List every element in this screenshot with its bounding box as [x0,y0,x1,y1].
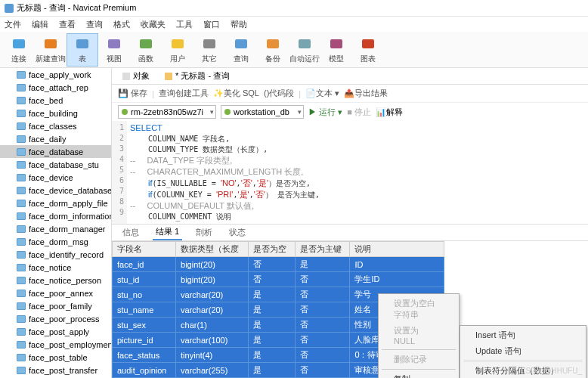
table-face_post_transfer[interactable]: face_post_transfer [0,364,111,376]
table-icon [17,225,26,233]
toolbar-用户[interactable]: 用户 [162,33,193,67]
export-button[interactable]: 📤导出结果 [344,88,388,99]
server-combo[interactable]: rm-2zetn83n05wz7i [118,105,216,119]
grid-header[interactable]: 是否为主键 [295,242,350,257]
toolbar-视图[interactable]: 视图 [98,33,130,67]
table-icon [17,354,26,361]
svg-rect-6 [203,39,215,48]
svg-rect-7 [235,39,247,48]
toolbar-模型[interactable]: 模型 [320,33,352,67]
table-face_post_table[interactable]: face_post_table [0,351,111,364]
query-builder-button[interactable]: 查询创建工具 [159,88,209,99]
menu-delete-record: 删除记录 [379,352,459,367]
svg-rect-4 [140,39,152,48]
connection-row: rm-2zetn83n05wz7i workstation_db ▶ 运行 ▾ … [112,103,588,121]
table-face_device[interactable]: face_device [0,171,111,184]
svg-rect-10 [330,39,342,48]
beautify-button[interactable]: ✨美化 SQL [213,88,259,99]
tab-status[interactable]: 状态 [226,225,249,240]
tab-info[interactable]: 信息 [119,225,142,240]
table-face_poor_process[interactable]: face_poor_process [0,312,111,325]
menu-query[interactable]: 查询 [86,19,103,30]
table-icon [17,367,26,374]
table-face_bed[interactable]: face_bed [0,94,111,107]
table-face_identify_record[interactable]: face_identify_record [0,248,111,261]
tab-object[interactable]: 对象 [118,69,154,83]
explain-button[interactable]: 📊解释 [376,107,403,118]
watermark: CSDN @HHUFU_ [520,367,582,375]
code-area[interactable]: SELECT COLUMN_NAME 字段名, COLUMN_TYPE 数据类型… [127,121,588,224]
table-icon [17,84,26,91]
submenu-update[interactable]: Update 语句 [460,343,586,359]
toolbar-备份[interactable]: 备份 [257,33,289,67]
table-face_device_database[interactable]: face_device_database [0,184,111,197]
context-menu[interactable]: 设置为空白字符串 设置为 NULL 删除记录 复制 复制为 粘贴 显示 [378,293,460,378]
table-icon [17,148,26,156]
grid-header[interactable]: 数据类型（长度 [176,242,249,257]
menu-fav[interactable]: 收藏夹 [141,19,166,30]
toolbar-图表[interactable]: 图表 [352,33,384,67]
menu-set-blank: 设置为空白字符串 [379,296,459,323]
submenu-insert[interactable]: Insert 语句 [460,327,586,343]
grid-header[interactable]: 字段名 [113,242,176,257]
menu-tools[interactable]: 工具 [176,19,193,30]
menu-edit[interactable]: 编辑 [32,19,48,30]
table-icon [17,200,26,207]
menu-format[interactable]: 格式 [113,19,130,30]
table-row[interactable]: face_idbigint(20)否是ID [113,257,444,272]
table-icon [17,97,26,104]
table-face_dorm_information[interactable]: face_dorm_information [0,209,111,222]
menu-help[interactable]: 帮助 [231,19,247,30]
toolbar-函数[interactable]: 函数 [130,33,162,67]
menu-view[interactable]: 查看 [59,19,76,30]
toolbar-连接[interactable]: 连接 [3,33,35,67]
table-row[interactable]: stu_idbigint(20)否否学生ID [113,272,444,287]
table-face_dorm_msg[interactable]: face_dorm_msg [0,235,111,248]
table-face_daily[interactable]: face_daily [0,132,111,145]
table-face_poor_family[interactable]: face_poor_family [0,299,111,312]
toolbar-新建查询[interactable]: 新建查询 [35,33,67,67]
table-face_building[interactable]: face_building [0,107,111,119]
table-icon [17,328,26,336]
tab-analyze[interactable]: 剖析 [193,225,215,240]
table-face_poor_annex[interactable]: face_poor_annex [0,287,111,299]
toolbar-自动运行[interactable]: 自动运行 [289,33,320,67]
tab-result1[interactable]: 结果 1 [153,225,182,240]
menu-window[interactable]: 窗口 [203,19,220,30]
text-button[interactable]: 📄文本 ▾ [305,88,339,99]
table-icon [17,161,26,169]
table-face_notice_person[interactable]: face_notice_person [0,274,111,287]
tab-query[interactable]: * 无标题 - 查询 [160,69,234,83]
menu-copy[interactable]: 复制 [379,371,459,378]
table-face_database[interactable]: face_database [0,145,111,158]
grid-header[interactable]: 是否为空 [249,242,295,257]
menu-file[interactable]: 文件 [5,19,21,30]
table-icon [17,238,26,246]
table-icon [17,302,26,310]
table-face_classes[interactable]: face_classes [0,119,111,132]
table-icon [17,341,26,349]
table-icon [17,71,26,79]
toolbar-查询[interactable]: 查询 [225,33,257,67]
table-face_post_employment[interactable]: face_post_employment [0,338,111,351]
code-snippet-button[interactable]: ()代码段 [264,88,294,99]
table-face_attach_rep[interactable]: face_attach_rep [0,81,111,94]
table-face_apply_work[interactable]: face_apply_work [0,68,111,81]
svg-rect-9 [299,39,311,48]
table-face_dorm_apply_file[interactable]: face_dorm_apply_file [0,197,111,209]
titlebar: 无标题 - 查询 - Navicat Premium [0,0,588,17]
table-face_post_apply[interactable]: face_post_apply [0,325,111,338]
save-button[interactable]: 💾 保存 [118,88,147,99]
svg-rect-0 [13,39,25,48]
stop-button: ■ 停止 [347,107,371,118]
toolbar-表[interactable]: 表 [67,33,98,67]
table-face_dorm_manager[interactable]: face_dorm_manager [0,222,111,235]
run-button[interactable]: ▶ 运行 ▾ [308,107,342,118]
grid-header[interactable]: 说明 [350,242,444,257]
sql-editor[interactable]: 123456789 SELECT COLUMN_NAME 字段名, COLUMN… [112,121,588,225]
sidebar[interactable]: face_apply_workface_attach_repface_bedfa… [0,68,112,378]
table-face_database_stu[interactable]: face_database_stu [0,158,111,171]
toolbar-其它[interactable]: 其它 [193,33,225,67]
table-face_notice[interactable]: face_notice [0,261,111,274]
database-combo[interactable]: workstation_db [221,105,304,119]
